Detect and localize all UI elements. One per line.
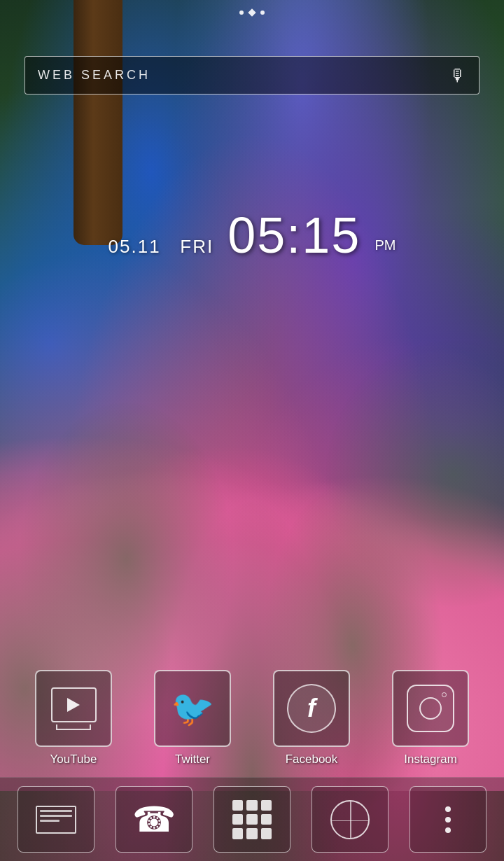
instagram-lens-icon xyxy=(419,697,442,720)
youtube-tv-icon xyxy=(51,687,97,722)
search-bar[interactable]: WEB SEARCH 🎙 xyxy=(24,56,479,94)
instagram-icon xyxy=(393,671,468,746)
clock-widget: 05.11 FRI 05:15 PM xyxy=(0,210,504,260)
dock-item-phone[interactable]: ☎ xyxy=(115,786,192,853)
mail-line-3 xyxy=(40,820,59,822)
twitter-icon: 🐦 xyxy=(171,688,214,729)
app-item-instagram[interactable]: Instagram xyxy=(392,670,469,766)
app-item-facebook[interactable]: f Facebook xyxy=(273,670,350,766)
mail-icon xyxy=(36,806,76,834)
app-item-twitter[interactable]: 🐦 Twitter xyxy=(154,670,231,766)
apps-grid-icon xyxy=(232,800,272,839)
app-item-youtube[interactable]: YouTube xyxy=(35,670,112,766)
grid-cell-8 xyxy=(246,828,257,839)
instagram-camera-icon xyxy=(407,685,454,732)
indicator-dot-1 xyxy=(239,10,244,15)
grid-cell-4 xyxy=(232,814,243,825)
facebook-icon-box[interactable]: f xyxy=(273,670,350,747)
dock-item-mail[interactable] xyxy=(18,786,94,853)
instagram-dot-icon xyxy=(442,692,447,697)
globe-lines xyxy=(332,802,368,838)
time-display: 05:15 xyxy=(227,210,360,260)
twitter-icon-box[interactable]: 🐦 xyxy=(154,670,231,747)
date-value: 05.11 xyxy=(108,236,161,257)
globe-icon xyxy=(330,800,370,839)
page-indicator xyxy=(239,10,265,15)
more-dot-2 xyxy=(445,817,451,822)
more-dot-3 xyxy=(445,827,451,833)
grid-cell-1 xyxy=(232,800,243,811)
facebook-logo-circle: f xyxy=(287,684,336,733)
facebook-label: Facebook xyxy=(286,752,338,766)
dock-item-apps[interactable] xyxy=(214,786,290,853)
mail-line-1 xyxy=(40,810,72,812)
youtube-play-icon xyxy=(67,698,80,712)
grid-cell-7 xyxy=(232,828,243,839)
mail-envelope-icon xyxy=(36,806,76,834)
grid-cell-2 xyxy=(246,800,257,811)
youtube-label: YouTube xyxy=(50,752,97,766)
grid-cell-3 xyxy=(261,800,272,811)
twitter-bird-icon: 🐦 xyxy=(171,688,214,729)
more-dot-1 xyxy=(445,806,451,812)
youtube-icon xyxy=(51,687,97,730)
grid-cell-5 xyxy=(246,814,257,825)
youtube-tv-legs xyxy=(56,724,91,730)
globe-meridian xyxy=(350,802,351,838)
twitter-label: Twitter xyxy=(175,752,210,766)
microphone-icon[interactable]: 🎙 xyxy=(449,66,466,85)
bottom-dock: ☎ xyxy=(0,777,504,861)
dock-item-browser[interactable] xyxy=(312,786,388,853)
grid-cell-9 xyxy=(261,828,272,839)
day-value: FRI xyxy=(180,236,214,257)
dock-item-more[interactable] xyxy=(410,786,486,853)
youtube-icon-box[interactable] xyxy=(35,670,112,747)
ampm-display: PM xyxy=(374,237,396,253)
grid-cell-6 xyxy=(261,814,272,825)
indicator-dot-2 xyxy=(260,10,265,15)
phone-icon: ☎ xyxy=(132,799,176,840)
search-label: WEB SEARCH xyxy=(38,68,150,83)
instagram-label: Instagram xyxy=(404,752,457,766)
date-display: 05.11 FRI xyxy=(108,236,214,258)
facebook-icon: f xyxy=(274,671,349,746)
app-icons-row: YouTube 🐦 Twitter f Facebook xyxy=(14,670,490,766)
facebook-f-letter: f xyxy=(307,694,316,723)
indicator-active xyxy=(248,8,255,16)
mail-line-2 xyxy=(40,815,72,817)
more-dots-icon xyxy=(445,806,451,833)
instagram-icon-box[interactable] xyxy=(392,670,469,747)
